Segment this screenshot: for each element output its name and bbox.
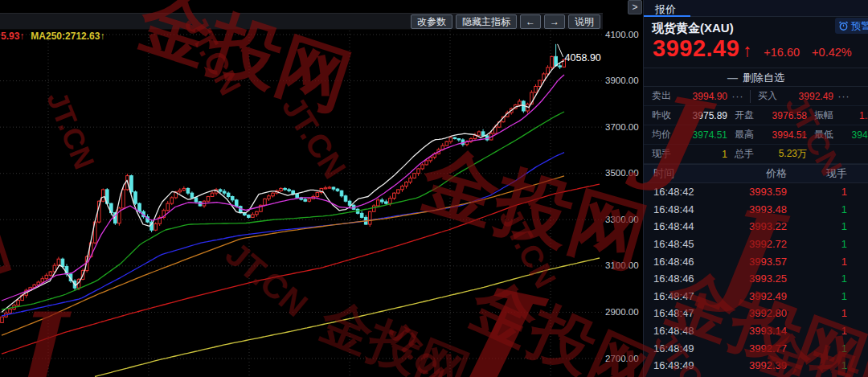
hide-indicator-button[interactable]: 隐藏主指标 [456, 14, 517, 29]
candle-down [284, 188, 287, 189]
candle-down [296, 195, 299, 198]
candle-up [45, 275, 48, 278]
low-label: 最低 [814, 128, 840, 141]
trade-price: 3992.80 [723, 307, 787, 319]
candle-up [252, 215, 255, 218]
trade-price: 3993.57 [723, 256, 787, 268]
trade-row[interactable]: 16:48:473992.801 [644, 305, 868, 322]
change-params-button[interactable]: 改参数 [411, 14, 452, 29]
candle-down [190, 193, 194, 198]
candle-up [538, 80, 542, 86]
high-label: 最高 [735, 128, 760, 141]
trade-row[interactable]: 16:48:443993.221 [644, 218, 868, 236]
trade-row[interactable]: 16:48:493992.391 [644, 357, 868, 375]
candle-up [308, 199, 311, 201]
remove-watchlist-button[interactable]: —删除自选 [644, 68, 868, 87]
candle-down [481, 132, 485, 136]
arrow-right-icon[interactable]: → [544, 14, 565, 29]
trade-volume: 1 [787, 256, 847, 268]
candle-down [332, 187, 335, 189]
trade-row[interactable]: 16:48:483993.141 [644, 322, 868, 340]
candle-up [101, 190, 104, 201]
trade-volume: 1 [787, 238, 847, 250]
trade-row[interactable]: 16:48:473992.491 [644, 288, 868, 305]
candle-down [348, 201, 351, 205]
candlestick-chart[interactable]: 4058.90 [0, 0, 603, 377]
ma-line-ma90 [2, 176, 564, 335]
trade-time: 16:48:48 [644, 325, 723, 337]
candle-up [256, 211, 259, 215]
divider [750, 90, 751, 103]
collapse-panel-button[interactable]: > [628, 0, 642, 14]
buy-dots: ··· [833, 91, 854, 102]
open-label: 开盘 [735, 109, 760, 122]
candle-down [235, 200, 238, 207]
candle-up [429, 158, 432, 161]
quote-row-bid-ask: 卖出 3994.90 ··· 买入 3992.49 ··· [644, 87, 868, 106]
trade-time: 16:48:44 [644, 203, 723, 215]
high-value: 3994.51 [760, 129, 807, 141]
table-rows: 16:48:423993.59116:48:443993.48116:48:44… [644, 183, 868, 375]
quote-row-open: 昨收 3975.89 开盘 3976.58 振幅 1.21% [644, 106, 868, 125]
ma-line-ma5 [2, 61, 564, 313]
trade-volume: 1 [787, 307, 847, 319]
candle-up [17, 301, 20, 305]
candle-up [41, 279, 44, 282]
candle-up [207, 197, 210, 202]
trade-time: 16:48:49 [644, 342, 723, 354]
candle-up [154, 223, 158, 230]
trade-row[interactable]: 16:48:493992.771 [644, 339, 868, 357]
candle-up [57, 259, 60, 265]
candle-up [413, 174, 416, 178]
trade-row[interactable]: 16:48:463993.571 [644, 252, 868, 270]
sell-dots: ··· [727, 91, 748, 102]
trade-row[interactable]: 16:48:423993.591 [644, 183, 868, 201]
trade-volume: 1 [787, 359, 847, 371]
candle-down [288, 190, 291, 191]
candle-up [425, 161, 428, 165]
quote-grid: 卖出 3994.90 ··· 买入 3992.49 ··· 昨收 3975.89… [644, 87, 868, 164]
candle-down [344, 196, 347, 201]
candle-down [360, 213, 363, 217]
alert-button[interactable]: 预警 [835, 18, 868, 34]
arrow-left-icon[interactable]: ← [520, 14, 541, 29]
candle-up [551, 56, 554, 68]
candle-down [248, 215, 251, 218]
candle-down [340, 191, 343, 195]
trade-row[interactable]: 16:48:443993.481 [644, 201, 868, 219]
col-time: 时间 [644, 166, 723, 181]
ma-label-fragment: 5.93↑ [1, 31, 24, 42]
trade-price: 3993.25 [723, 273, 787, 285]
minus-icon: — [727, 72, 738, 84]
trade-volume: 1 [787, 273, 847, 285]
quote-row-volume: 现手 1 总手 5.23万 [644, 145, 868, 164]
candle-up [182, 188, 186, 190]
candle-up [324, 188, 327, 189]
trade-price: 3992.39 [723, 359, 787, 371]
candle-up [272, 193, 275, 196]
prev-close-value: 3975.89 [678, 110, 727, 121]
price-change-pct: +0.42% [812, 46, 852, 59]
candle-down [134, 192, 137, 203]
chart-toolbar: 改参数 隐藏主指标 ← → 说明 [0, 13, 603, 30]
last-price: 3992.49 [653, 35, 739, 61]
alarm-icon [838, 21, 849, 31]
help-button[interactable]: 说明 [568, 14, 600, 29]
candle-up [280, 188, 283, 191]
y-axis-label: 4100.00 [605, 30, 639, 39]
price-row: 3992.49↑+16.60+0.42% [653, 35, 852, 62]
trade-volume: 1 [787, 186, 847, 198]
ma250-label: MA250:2712.63↑ [31, 31, 104, 42]
candle-up [9, 309, 12, 313]
y-axis-label: 3700.00 [605, 122, 639, 132]
sell-price: 3994.90 [678, 91, 727, 102]
trade-row[interactable]: 16:48:463993.251 [644, 270, 868, 288]
trade-row[interactable]: 16:48:453992.721 [644, 236, 868, 253]
candle-down [186, 188, 190, 193]
ma-line-ma60 [2, 153, 564, 316]
candle-up [409, 178, 412, 182]
candle-up [401, 186, 404, 190]
price-axis: 4100.003900.003700.003500.003300.003100.… [603, 0, 643, 377]
candle-up [376, 200, 379, 206]
open-value: 3976.58 [760, 110, 807, 121]
